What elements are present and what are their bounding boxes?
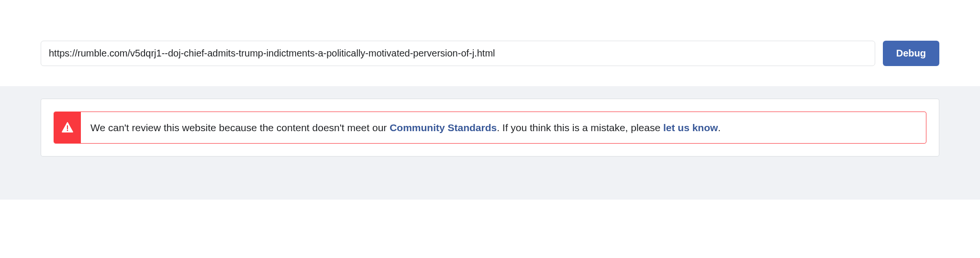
alert-text-part1: We can't review this website because the…: [90, 122, 390, 133]
url-input[interactable]: [41, 41, 875, 66]
input-bar: Debug: [0, 0, 980, 86]
community-standards-link[interactable]: Community Standards: [390, 122, 497, 133]
alert-message: We can't review this website because the…: [81, 112, 730, 143]
let-us-know-link[interactable]: let us know: [663, 122, 718, 133]
content-area: We can't review this website because the…: [0, 86, 980, 200]
alert-text-part2: . If you think this is a mistake, please: [497, 122, 663, 133]
alert-text-part3: .: [718, 122, 721, 133]
svg-point-0: [67, 130, 68, 131]
debug-button[interactable]: Debug: [883, 41, 939, 66]
alert-icon-container: [54, 112, 81, 143]
alert-card: We can't review this website because the…: [41, 99, 939, 157]
warning-icon: [61, 122, 74, 134]
alert-box: We can't review this website because the…: [54, 112, 926, 144]
